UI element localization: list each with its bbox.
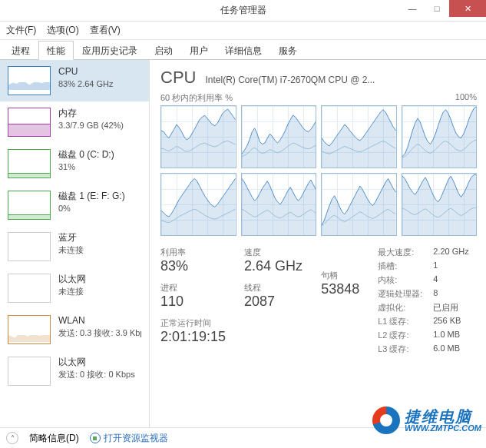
sidebar-item-sub: 未连接 <box>58 244 84 255</box>
proc-label: 进程 <box>160 282 226 294</box>
cpu-core-chart-3 <box>402 105 478 168</box>
cpu-core-chart-1 <box>241 105 317 168</box>
sidebar-item-title: 磁盘 0 (C: D:) <box>58 149 114 161</box>
util-value: 83% <box>160 258 226 274</box>
detail-value: 2.20 GHz <box>433 247 468 258</box>
cpu-core-chart-0 <box>160 105 236 168</box>
detail-value: 已启用 <box>433 302 468 314</box>
sidebar-item-disk-3[interactable]: 磁盘 1 (E: F: G:)0% <box>0 184 149 226</box>
sidebar-thumbnail <box>8 357 51 386</box>
resmon-icon <box>90 433 101 443</box>
sidebar-item-sub: 83% 2.64 GHz <box>58 78 114 89</box>
tab-5[interactable]: 详细信息 <box>217 41 270 60</box>
sidebar-thumbnail <box>8 191 51 220</box>
detail-value: 1 <box>433 261 468 272</box>
sidebar-item-sub: 未连接 <box>58 286 86 297</box>
cpu-core-chart-7 <box>402 173 478 236</box>
handle-value: 53848 <box>321 281 359 297</box>
sidebar-item-title: 以太网 <box>58 274 86 286</box>
close-button[interactable]: ✕ <box>449 0 486 17</box>
sidebar-item-wlan-6[interactable]: WLAN发送: 0.3 接收: 3.9 Kbps <box>0 309 149 350</box>
detail-value: 8 <box>433 288 468 300</box>
tab-1[interactable]: 性能 <box>38 41 74 60</box>
chevron-up-icon[interactable]: ˄ <box>6 432 18 444</box>
minimize-button[interactable]: — <box>400 0 425 17</box>
sidebar-item-bt-4[interactable]: 蓝牙未连接 <box>0 226 149 267</box>
detail-key: 内核: <box>378 274 422 286</box>
tab-4[interactable]: 用户 <box>181 41 217 60</box>
detail-value: 1.0 MB <box>433 330 468 341</box>
sidebar-item-sub: 0% <box>58 203 125 214</box>
main-panel: CPU Intel(R) Core(TM) i7-2670QM CPU @ 2.… <box>150 60 486 427</box>
detail-value: 6.0 MB <box>433 343 468 355</box>
sidebar-item-sub: 3.3/7.9 GB (42%) <box>58 120 124 131</box>
sidebar-item-title: 内存 <box>58 108 124 120</box>
cpu-core-chart-2 <box>321 105 397 168</box>
sidebar-thumbnail <box>8 274 51 303</box>
thread-value: 2087 <box>244 294 303 310</box>
util-label: 利用率 <box>160 247 226 258</box>
sidebar-item-title: WLAN <box>58 315 141 327</box>
speed-label: 速度 <box>244 247 303 258</box>
tab-2[interactable]: 应用历史记录 <box>74 41 146 60</box>
resource-title: CPU <box>160 68 196 88</box>
sidebar-item-mem-1[interactable]: 内存3.3/7.9 GB (42%) <box>0 101 149 143</box>
thread-label: 线程 <box>244 282 303 294</box>
chart-axis-left: 60 秒内的利用率 % <box>160 92 233 104</box>
sidebar-item-sub: 发送: 0 接收: 0 Kbps <box>58 369 135 380</box>
open-resource-monitor-link[interactable]: 打开资源监视器 <box>104 432 168 445</box>
fewer-details-button[interactable]: 简略信息(D) <box>29 432 79 445</box>
sidebar-thumbnail <box>8 66 51 95</box>
handle-label: 句柄 <box>321 270 359 281</box>
detail-key: 虚拟化: <box>378 302 422 314</box>
sidebar-item-eth-5[interactable]: 以太网未连接 <box>0 267 149 309</box>
detail-key: L1 缓存: <box>378 316 422 327</box>
speed-value: 2.64 GHz <box>244 258 303 274</box>
uptime-value: 2:01:19:15 <box>160 329 226 345</box>
detail-key: 最大速度: <box>378 247 422 258</box>
menu-options[interactable]: 选项(O) <box>47 24 78 37</box>
sidebar-item-disk-2[interactable]: 磁盘 0 (C: D:)31% <box>0 143 149 184</box>
menu-file[interactable]: 文件(F) <box>6 24 36 37</box>
detail-value: 4 <box>433 274 468 286</box>
sidebar-item-title: 以太网 <box>58 357 135 369</box>
sidebar-item-sub: 31% <box>58 161 114 172</box>
maximize-button[interactable]: □ <box>425 0 449 17</box>
detail-key: 插槽: <box>378 261 422 272</box>
cpu-model: Intel(R) Core(TM) i7-2670QM CPU @ 2... <box>205 75 477 85</box>
tab-3[interactable]: 启动 <box>146 41 181 60</box>
cpu-core-chart-6 <box>321 173 397 236</box>
sidebar-item-cpu-0[interactable]: CPU83% 2.64 GHz <box>0 60 149 101</box>
detail-key: L3 缓存: <box>378 343 422 355</box>
tab-0[interactable]: 进程 <box>3 41 38 60</box>
sidebar-item-eth-7[interactable]: 以太网发送: 0 接收: 0 Kbps <box>0 350 149 392</box>
sidebar-thumbnail <box>8 149 51 178</box>
tab-6[interactable]: 服务 <box>270 41 306 60</box>
sidebar-item-title: CPU <box>58 66 114 78</box>
cpu-core-chart-5 <box>241 173 317 236</box>
cpu-core-chart-4 <box>160 173 236 236</box>
detail-key: L2 缓存: <box>378 330 422 341</box>
sidebar-thumbnail <box>8 315 51 344</box>
menu-view[interactable]: 查看(V) <box>90 24 121 37</box>
cpu-charts-grid <box>160 105 477 236</box>
sidebar-item-title: 蓝牙 <box>58 232 84 244</box>
menubar: 文件(F) 选项(O) 查看(V) <box>0 22 486 40</box>
chart-axis-right: 100% <box>455 92 477 104</box>
sidebar-item-title: 磁盘 1 (E: F: G:) <box>58 191 125 203</box>
sidebar-item-sub: 发送: 0.3 接收: 3.9 Kbps <box>58 327 141 338</box>
sidebar-thumbnail <box>8 108 51 137</box>
uptime-label: 正常运行时间 <box>160 317 226 329</box>
sidebar-thumbnail <box>8 232 51 261</box>
cpu-details-table: 最大速度:2.20 GHz插槽:1内核:4逻辑处理器:8虚拟化:已启用L1 缓存… <box>378 247 469 355</box>
titlebar: 任务管理器 — □ ✕ <box>0 0 486 22</box>
tab-strip: 进程性能应用历史记录启动用户详细信息服务 <box>0 40 486 60</box>
bottom-bar: ˄ 简略信息(D) 打开资源监视器 <box>0 427 486 448</box>
proc-value: 110 <box>160 294 226 310</box>
detail-value: 256 KB <box>433 316 468 327</box>
window-title: 任务管理器 <box>220 4 266 17</box>
sidebar[interactable]: CPU83% 2.64 GHz内存3.3/7.9 GB (42%)磁盘 0 (C… <box>0 60 150 427</box>
detail-key: 逻辑处理器: <box>378 288 422 300</box>
